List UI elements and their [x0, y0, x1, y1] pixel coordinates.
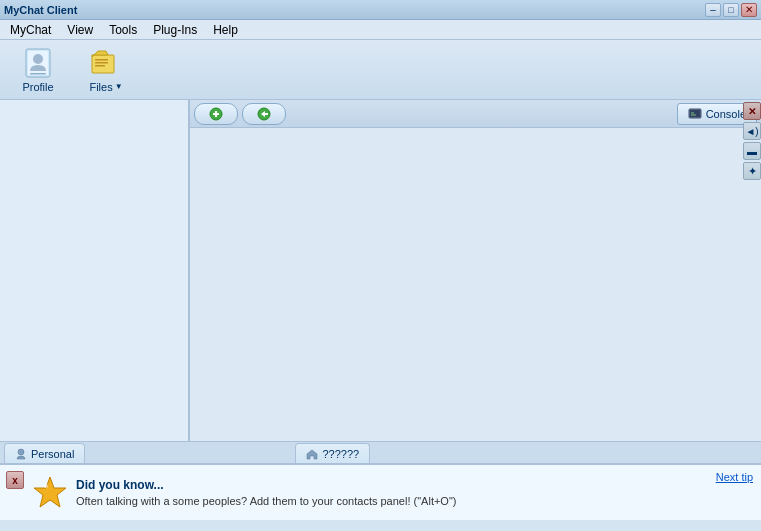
files-label: Files — [89, 81, 112, 93]
files-button[interactable]: Files ▼ — [72, 44, 140, 96]
left-panel — [0, 100, 190, 441]
right-icon-strip: ✕ ◄) ▬ ✦ — [741, 100, 761, 182]
console-icon — [688, 107, 702, 121]
personal-tab[interactable]: Personal — [4, 443, 85, 463]
svg-point-18 — [44, 484, 48, 488]
tip-text: Did you know... Often talking with a som… — [76, 478, 755, 507]
profile-icon — [22, 47, 54, 79]
strip-close-button[interactable]: ✕ — [743, 102, 761, 120]
house-icon — [306, 448, 318, 460]
chat-session-tab[interactable]: ?????? — [295, 443, 370, 463]
next-tip-link[interactable]: Next tip — [716, 471, 753, 483]
bottom-tabs-row: Personal ?????? — [0, 441, 761, 463]
title-buttons: – □ ✕ — [705, 3, 757, 17]
svg-rect-6 — [95, 62, 108, 64]
personal-tab-icon — [15, 448, 27, 460]
personal-tab-label: Personal — [31, 448, 74, 460]
title-text: MyChat Client — [4, 4, 77, 16]
profile-button[interactable]: Profile — [8, 44, 68, 96]
strip-tools-button[interactable]: ✦ — [743, 162, 761, 180]
chat-tabs-bar: Console — [190, 100, 761, 128]
files-icon — [90, 47, 122, 79]
chat-content — [190, 128, 761, 441]
minimize-button[interactable]: – — [705, 3, 721, 17]
svg-rect-5 — [95, 59, 108, 61]
tip-close-button[interactable]: x — [6, 471, 24, 489]
svg-rect-7 — [95, 65, 105, 67]
new-chat-button[interactable] — [194, 103, 238, 125]
restore-button[interactable]: □ — [723, 3, 739, 17]
next-tip-label: Next tip — [716, 471, 753, 483]
toolbar: Profile Files ▼ — [0, 40, 761, 100]
menu-plugins[interactable]: Plug-Ins — [145, 21, 205, 39]
tip-close-icon: x — [12, 475, 18, 486]
tip-bar: x Did you know... Often talking with a s… — [0, 463, 761, 520]
menu-help[interactable]: Help — [205, 21, 246, 39]
profile-label: Profile — [22, 81, 53, 93]
tip-title: Did you know... — [76, 478, 755, 492]
close-button[interactable]: ✕ — [741, 3, 757, 17]
right-panel: Console — [190, 100, 761, 441]
svg-point-2 — [33, 54, 43, 64]
title-bar: MyChat Client – □ ✕ — [0, 0, 761, 20]
menu-tools[interactable]: Tools — [101, 21, 145, 39]
menu-view[interactable]: View — [59, 21, 101, 39]
tip-star-icon — [30, 473, 70, 513]
files-dropdown-arrow: ▼ — [115, 82, 123, 91]
svg-rect-3 — [30, 73, 46, 75]
svg-marker-17 — [34, 477, 66, 507]
chat-session-label: ?????? — [322, 448, 359, 460]
svg-rect-4 — [92, 55, 114, 73]
contacts-area — [0, 100, 188, 441]
tip-content: Often talking with a some peoples? Add t… — [76, 495, 755, 507]
menu-mychat[interactable]: MyChat — [2, 21, 59, 39]
new-chat-icon — [209, 107, 223, 121]
strip-screen-button[interactable]: ▬ — [743, 142, 761, 160]
menu-bar: MyChat View Tools Plug-Ins Help — [0, 20, 761, 40]
console-tab-label: Console — [706, 108, 746, 120]
strip-sound-button[interactable]: ◄) — [743, 122, 761, 140]
new-group-chat-button[interactable] — [242, 103, 286, 125]
svg-point-16 — [18, 449, 24, 455]
group-chat-icon — [257, 107, 271, 121]
